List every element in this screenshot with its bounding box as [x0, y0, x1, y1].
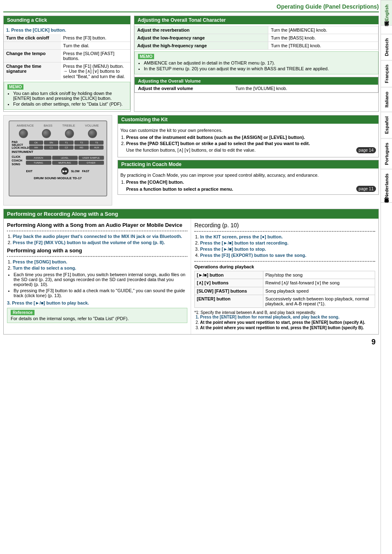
list-item: Press the [F3] (EXPORT) button to save t…: [200, 253, 375, 258]
tab-italiano[interactable]: Italiano: [381, 87, 392, 112]
list-item: Press the [►/■] button to start recordin…: [200, 240, 375, 245]
table-cell-value: Press the [F1] (MENU) button. → Use the …: [61, 62, 130, 81]
footnote-step2: At the point where you want repetition t…: [200, 320, 365, 325]
play-stop-button[interactable]: ▶■: [61, 167, 69, 175]
sounding-click-table: Turn the click on/off Press the [F3] but…: [4, 34, 130, 80]
customizing-kit-intro: You can customize the kit to your own pr…: [120, 128, 376, 133]
performing-right-col: Recording (p. 10) In the KIT screen, pre…: [191, 219, 378, 334]
tab-japanese[interactable]: 日本語: [381, 25, 392, 34]
table-cell-value: Turn the [BASS] knob.: [268, 34, 378, 42]
tab-deutsch[interactable]: Deutsch: [381, 34, 392, 60]
kit-step1-bold: Press one of the instrument edit buttons…: [126, 135, 305, 140]
table-cell-label: [►/■] button: [195, 271, 263, 279]
perform-step3: 3. Press the [►/■] button to play back.: [7, 300, 187, 305]
drum-knobs-row: [12, 129, 104, 138]
drum-image-panel: AMBIENCE BASS TREBLE VOLUME PA: [3, 115, 114, 205]
treble-knob[interactable]: [65, 129, 74, 138]
audio-steps-list: Play back the audio player that's connec…: [7, 234, 187, 245]
page-title: Operating Guide (Panel Descriptions): [3, 3, 379, 12]
hh-button[interactable]: HH: [29, 145, 44, 150]
ops-title: Operations during playback: [194, 264, 254, 269]
c2-button[interactable]: C2: [59, 145, 74, 150]
reference-label: Reference: [11, 310, 35, 315]
table-cell-label: [ENTER] button: [195, 295, 263, 308]
coach-page-badge: page 11: [356, 186, 376, 192]
bass-knob[interactable]: [42, 129, 51, 138]
dotted-sep4: [194, 261, 375, 262]
table-row: Turn the click on/off Press the [F3] but…: [4, 34, 130, 42]
audio-step2: Press the [F2] (MIX VOL) button to adjus…: [13, 240, 165, 245]
table-cell-label: Change the tempo: [4, 50, 61, 62]
language-tabs: English 日本語 Deutsch Français Italiano Es…: [380, 0, 392, 554]
list-item: In the SETUP menu (p. 20) you can adjust…: [144, 66, 375, 71]
volume-subsection: Adjusting the Overall Volume Adjust the …: [134, 77, 378, 93]
rd-button[interactable]: RD: [74, 145, 89, 150]
list-item: Press a function button to select a prac…: [126, 186, 376, 192]
other-button[interactable]: OTHER: [78, 161, 104, 165]
kit-panel: Customizing the Kit You can customize th…: [118, 115, 379, 205]
perform-song-title: Performing along with a song: [7, 247, 187, 254]
assign-button[interactable]: ASSIGN: [26, 156, 51, 160]
table-row: [SLOW] [FAST] buttons Song playback spee…: [195, 287, 375, 295]
muffling-button[interactable]: MUFFLING: [52, 161, 78, 165]
rec-step2: Press the [►/■] button to start recordin…: [200, 240, 288, 245]
t2-button[interactable]: T2: [74, 141, 89, 145]
table-cell-value: Turn the [AMBIENCE] knob.: [268, 26, 378, 34]
list-item: Play back the audio player that's connec…: [13, 234, 187, 239]
click-label: CLICK: [12, 155, 24, 158]
c1-button[interactable]: C1: [44, 145, 58, 150]
rec-step1: In the KIT screen, press the [●] button.: [200, 234, 283, 239]
table-cell-label: Adjust the high-frequency range: [135, 42, 268, 50]
tonal-character-header: Adjusting the Overall Tonal Character: [134, 16, 378, 24]
sounding-click-panel: Sounding a Click 1. Press the [CLICK] bu…: [3, 16, 131, 112]
footnote-step1: Press the [ENTER] button for normal play…: [200, 315, 339, 319]
tab-portugues[interactable]: Português: [381, 138, 392, 169]
level-button[interactable]: LEVEL: [52, 156, 78, 160]
table-row: Adjust the overall volume Turn the [VOLU…: [135, 85, 378, 92]
list-item: Use the function buttons, [∧] [∨] button…: [126, 147, 376, 153]
recording-steps-list: In the KIT screen, press the [●] button.…: [194, 234, 375, 258]
footnote-section: *1: Specify the interval between A and B…: [194, 310, 375, 330]
table-row: [►/■] button Play/stop the song: [195, 271, 375, 279]
t1-button[interactable]: T1: [59, 141, 74, 145]
list-item: Press the [PAD SELECT] button or strike …: [126, 141, 376, 146]
footnote-steps-list: Press the [ENTER] button for normal play…: [194, 315, 375, 330]
volume-label: VOLUME: [85, 124, 99, 127]
footnote-step3: At the point where you want repetition t…: [200, 325, 364, 330]
footnote-star: *1: Specify the interval between A and B…: [194, 310, 375, 315]
tab-nederlands[interactable]: Nederlands: [381, 169, 392, 202]
list-item: For details on other settings, refer to …: [13, 102, 127, 106]
ambience-label: AMBIENCE: [16, 124, 34, 127]
ck-button[interactable]: CK: [29, 141, 44, 145]
tab-chinese[interactable]: 繁體中文: [381, 202, 392, 211]
memo-list: You can also turn click on/off by holdin…: [7, 91, 127, 106]
table-row: Change the tempo Press the [SLOW] [FAST]…: [4, 50, 130, 62]
reference-text: For details on the internal songs, refer…: [11, 316, 184, 321]
t3-button[interactable]: T3: [90, 141, 104, 145]
table-cell-label: Change the time signature: [4, 62, 61, 81]
customizing-steps-list: Press one of the instrument edit buttons…: [120, 135, 376, 153]
drum-module: AMBIENCE BASS TREBLE VOLUME PA: [9, 120, 107, 196]
perform-step2: Turn the dial to select a song.: [13, 265, 76, 270]
table-cell-value: Play/stop the song: [263, 271, 375, 279]
volume-knob[interactable]: [88, 129, 97, 138]
tab-francais[interactable]: Français: [381, 60, 392, 87]
sn-button[interactable]: SN: [44, 141, 58, 145]
table-cell-value: Turn the dial.: [61, 42, 130, 50]
coach-steps-list: Press the [COACH] button. Press a functi…: [120, 180, 376, 192]
table-row: [∧] [∨] buttons Rewind [∧]/ fast-forward…: [195, 279, 375, 287]
bass-label: BASS: [44, 124, 52, 127]
table-row: Change the time signature Press the [F1]…: [4, 62, 130, 81]
ambience-knob[interactable]: [19, 129, 28, 138]
tab-english[interactable]: English: [381, 0, 392, 25]
aux-button[interactable]: AUX: [90, 145, 104, 150]
list-item: Press the [COACH] button.: [126, 180, 376, 185]
pad-select-label: PAD SELECTLOCK:HOLD: [12, 141, 28, 149]
table-row: [ENTER] button Successively switch betwe…: [195, 295, 375, 308]
ops-table: [►/■] button Play/stop the song [∧] [∨] …: [194, 271, 375, 308]
tuning-button[interactable]: TUNING: [26, 161, 51, 165]
list-item: Press one of the instrument edit buttons…: [126, 135, 376, 140]
tab-espanol[interactable]: Español: [381, 112, 392, 138]
dotted-sep: [7, 231, 187, 231]
user-sample-button[interactable]: USER SAMPLE: [78, 156, 104, 160]
